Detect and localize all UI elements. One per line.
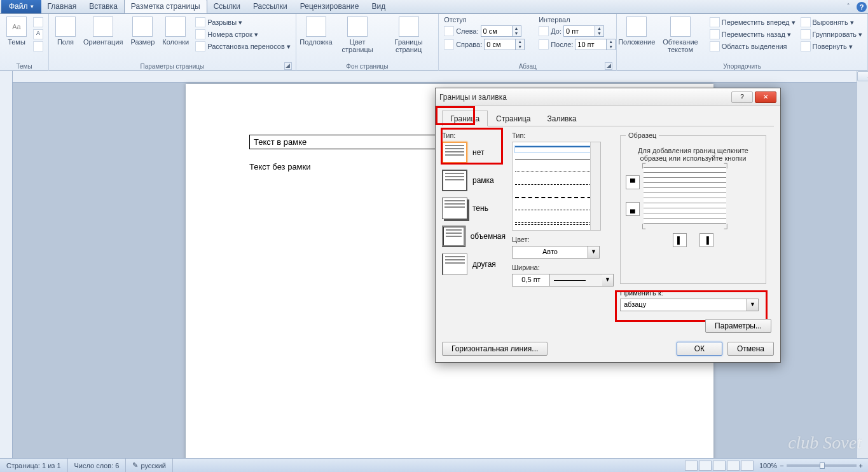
group-paragraph: Отступ Слева: ▲▼ Справа: ▲▼ Интервал До:… — [439, 14, 617, 71]
margins-icon — [55, 17, 76, 37]
dialog-close-button[interactable]: ✕ — [755, 91, 776, 103]
scroll-up-icon[interactable]: ▲ — [857, 71, 868, 81]
status-lang[interactable]: ✎русский — [126, 459, 172, 472]
watermark-button[interactable]: Подложка — [300, 15, 333, 47]
send-backward-button[interactable]: Переместить назад ▾ — [708, 29, 797, 40]
tab-home[interactable]: Главная — [41, 0, 83, 13]
dialog-tab-shading[interactable]: Заливка — [539, 111, 584, 126]
tab-references[interactable]: Ссылки — [207, 0, 247, 13]
line-numbers-button[interactable]: Номера строк ▾ — [194, 29, 291, 40]
sample-legend: Образец — [626, 131, 659, 139]
zoom-out-button[interactable]: − — [780, 462, 783, 469]
tab-view[interactable]: Вид — [365, 0, 392, 13]
horizontal-ruler[interactable] — [13, 71, 868, 83]
setting-3d[interactable]: объемная — [442, 226, 506, 247]
zoom-slider[interactable] — [787, 464, 857, 467]
spacing-after-input[interactable]: ▲▼ — [575, 39, 616, 50]
group-page-setup: Поля Ориентация Размер Колонки Разрывы ▾… — [49, 14, 296, 71]
minimize-ribbon-icon[interactable]: ˆ — [843, 1, 854, 12]
edge-top-button[interactable]: ▀ — [626, 175, 640, 189]
group-themes: Aа Темы A Темы — [0, 14, 49, 71]
indent-left-label: Слева: — [456, 27, 478, 35]
dialog-titlebar[interactable]: Границы и заливка ? ✕ — [436, 88, 780, 106]
dialog-tab-border[interactable]: Граница — [442, 111, 488, 126]
page-borders-label: Границы страниц — [385, 38, 432, 53]
hyphenation-button[interactable]: Расстановка переносов ▾ — [194, 41, 291, 52]
view-draft[interactable] — [741, 461, 754, 471]
position-button[interactable]: Положение — [621, 15, 652, 47]
apply-select[interactable]: абзацу▼ — [620, 299, 766, 311]
view-full-screen[interactable] — [699, 461, 712, 471]
theme-colors-button[interactable] — [32, 17, 45, 28]
width-select[interactable]: 0,5 пт▼ — [512, 274, 614, 287]
style-scrollbar[interactable] — [590, 142, 600, 230]
setting-none[interactable]: нет — [442, 142, 506, 163]
file-tab-label: Файл — [9, 2, 28, 11]
style-list[interactable] — [512, 142, 601, 231]
page-borders-icon — [399, 17, 419, 37]
file-tab[interactable]: Файл ▾ — [1, 0, 41, 13]
params-button[interactable]: Параметры... — [705, 319, 771, 333]
setting-shadow[interactable]: тень — [442, 198, 506, 219]
setting-box[interactable]: рамка — [442, 170, 506, 191]
paragraph-launcher[interactable]: ◢ — [605, 62, 612, 70]
zoom-value[interactable]: 100% — [759, 462, 777, 469]
ok-button[interactable]: ОК — [677, 342, 722, 356]
align-button[interactable]: Выровнять ▾ — [799, 17, 864, 28]
group-objects-button[interactable]: Группировать ▾ — [799, 29, 864, 40]
status-words[interactable]: Число слов: 6 — [68, 459, 127, 472]
vertical-ruler[interactable] — [0, 71, 13, 458]
zoom-in-button[interactable]: + — [859, 462, 863, 469]
edge-bottom-button[interactable]: ▄ — [626, 202, 640, 216]
theme-fonts-button[interactable]: A — [32, 29, 45, 40]
edge-left-button[interactable]: ▌ — [673, 233, 687, 247]
line-numbers-label: Номера строк — [207, 30, 252, 38]
bring-forward-button[interactable]: Переместить вперед ▾ — [708, 17, 797, 28]
horizontal-line-button[interactable]: Горизонтальная линия... — [442, 342, 548, 356]
bring-forward-icon — [710, 17, 720, 27]
color-select[interactable]: Авто▼ — [512, 246, 614, 259]
sample-preview[interactable] — [644, 167, 726, 224]
dialog-tab-page[interactable]: Страница — [488, 111, 539, 126]
breaks-button[interactable]: Разрывы ▾ — [194, 17, 291, 28]
tab-mailings[interactable]: Рассылки — [247, 0, 294, 13]
view-web[interactable] — [713, 461, 726, 471]
ribbon-tabbar: Файл ▾ Главная Вставка Разметка страницы… — [0, 0, 868, 14]
tab-review[interactable]: Рецензирование — [294, 0, 366, 13]
vertical-scrollbar[interactable]: ▲ — [857, 71, 868, 458]
style-label: Тип: — [512, 131, 614, 139]
dialog-help-button[interactable]: ? — [731, 91, 753, 103]
spacing-before-input[interactable]: ▲▼ — [563, 25, 604, 37]
page-setup-launcher[interactable]: ◢ — [284, 62, 292, 70]
help-icon[interactable]: ? — [857, 2, 867, 12]
edge-right-button[interactable]: ▐ — [699, 233, 713, 247]
wrap-text-button[interactable]: Обтекание текстом — [655, 15, 705, 55]
setting-none-label: нет — [472, 148, 484, 157]
theme-effects-button[interactable] — [32, 41, 45, 52]
hyphenation-label: Расстановка переносов — [207, 43, 284, 50]
group-page-setup-label: Параметры страницы◢ — [53, 62, 292, 71]
view-outline[interactable] — [727, 461, 740, 471]
rotate-button[interactable]: Повернуть ▾ — [799, 41, 864, 52]
wrap-icon — [670, 17, 691, 37]
status-page[interactable]: Страница: 1 из 1 — [0, 459, 68, 472]
margins-button[interactable]: Поля — [53, 15, 78, 47]
tab-insert[interactable]: Вставка — [83, 0, 124, 13]
setting-custom[interactable]: другая — [442, 253, 506, 275]
page-borders-button[interactable]: Границы страниц — [383, 15, 434, 55]
cancel-button[interactable]: Отмена — [727, 342, 774, 356]
columns-button[interactable]: Колонки — [160, 15, 191, 47]
breaks-label: Разрывы — [207, 18, 237, 26]
view-print-layout[interactable] — [685, 461, 698, 471]
themes-button[interactable]: Aа Темы — [4, 15, 29, 47]
tab-page-layout[interactable]: Разметка страницы — [124, 0, 207, 13]
indent-right-input[interactable]: ▲▼ — [484, 39, 525, 50]
send-backward-label: Переместить назад — [722, 30, 785, 38]
page-color-button[interactable]: Цвет страницы — [334, 15, 380, 55]
group-arrange-label: Упорядочить — [621, 62, 864, 71]
size-button[interactable]: Размер — [128, 15, 157, 47]
orientation-button[interactable]: Ориентация — [81, 15, 125, 47]
selection-pane-button[interactable]: Область выделения — [708, 41, 797, 52]
indent-left-input[interactable]: ▲▼ — [481, 25, 521, 37]
group-page-background: Подложка Цвет страницы Границы страниц Ф… — [296, 14, 439, 71]
